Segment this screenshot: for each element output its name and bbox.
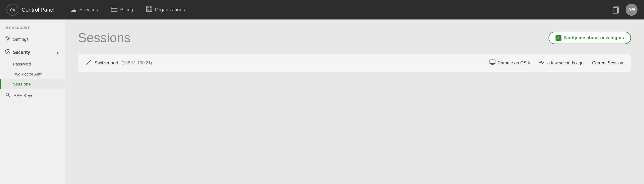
user-avatar[interactable]: AM [626,4,638,16]
session-time: a few seconds ago [539,60,583,66]
clipboard-icon[interactable] [610,4,621,15]
sidebar-password-label: Password [13,62,31,66]
brand-icon-glyph: ◎ [10,6,15,13]
main-header: Sessions ✓ Notify me about new logins [78,30,631,45]
svg-rect-2 [146,6,152,12]
services-icon: ☁ [71,6,77,13]
avatar-initials: AM [628,7,635,12]
page-title: Sessions [78,30,131,45]
session-timestamp: a few seconds ago [547,61,583,65]
brand: ◎ Control Panel [6,4,54,16]
sidebar-item-sessions[interactable]: Sessions [0,79,65,89]
session-row: Switzerland (198.51.100.21) Chrome on OS… [78,54,631,72]
key-icon [5,92,11,99]
sidebar-item-security[interactable]: Security ▲ [0,46,65,59]
nav-services-label: Services [79,7,98,13]
session-ip: (198.51.100.21) [121,61,152,65]
main-content: Sessions ✓ Notify me about new logins Sw… [65,19,644,184]
chevron-up-icon: ▲ [56,51,59,54]
svg-rect-10 [614,7,616,8]
topnav-right: AM [610,4,638,16]
nav-billing-label: Billing [120,7,133,13]
monitor-icon [489,60,495,66]
billing-icon [111,6,117,13]
svg-rect-6 [150,9,151,11]
activity-icon [539,60,545,66]
brand-icon: ◎ [6,4,18,16]
notify-label: Notify me about new logins [564,35,624,41]
organizations-icon [146,6,152,14]
sidebar-twofactor-label: Two-Factor Auth [13,72,42,76]
settings-icon [5,36,10,42]
topnav-links: ☁ Services Billing Or [65,3,610,16]
topnav: ◎ Control Panel ☁ Services Billing [0,0,644,19]
security-icon [5,49,10,56]
session-location: Switzerland (198.51.100.21) [86,60,156,66]
svg-rect-8 [613,8,617,14]
sidebar-item-ssh-keys[interactable]: SSH Keys [0,89,65,102]
nav-organizations-label: Organizations [155,7,185,13]
notify-check-icon: ✓ [556,35,561,41]
sidebar-settings-label: Settings [13,37,29,42]
notify-button[interactable]: ✓ Notify me about new logins [548,32,631,44]
sidebar-section-label: My Account [0,26,65,33]
sidebar-ssh-label: SSH Keys [14,93,33,98]
sidebar-item-two-factor[interactable]: Two-Factor Auth [0,69,65,79]
session-browser: Chrome on OS X [489,60,531,66]
sidebar-security-label: Security [13,50,30,55]
nav-link-services[interactable]: ☁ Services [65,4,103,16]
nav-link-billing[interactable]: Billing [106,4,139,16]
sidebar-item-settings[interactable]: Settings [0,33,65,46]
sidebar-item-password[interactable]: Password [0,59,65,69]
svg-rect-14 [490,60,495,64]
session-meta: Chrome on OS X a few seconds ago Current… [489,60,623,66]
location-arrow-icon [86,60,91,66]
svg-rect-4 [150,7,151,8]
svg-rect-3 [147,7,149,8]
sidebar: My Account Settings Security [0,19,65,184]
nav-link-organizations[interactable]: Organizations [141,3,190,16]
svg-rect-0 [111,7,117,11]
browser-label: Chrome on OS X [498,61,531,65]
session-country: Switzerland [94,60,118,66]
session-current-label: Current Session [592,61,623,65]
layout: My Account Settings Security [0,19,644,184]
sidebar-sessions-label: Sessions [13,82,31,86]
svg-rect-5 [147,9,149,11]
svg-rect-1 [111,8,117,9]
brand-title: Control Panel [22,7,54,13]
